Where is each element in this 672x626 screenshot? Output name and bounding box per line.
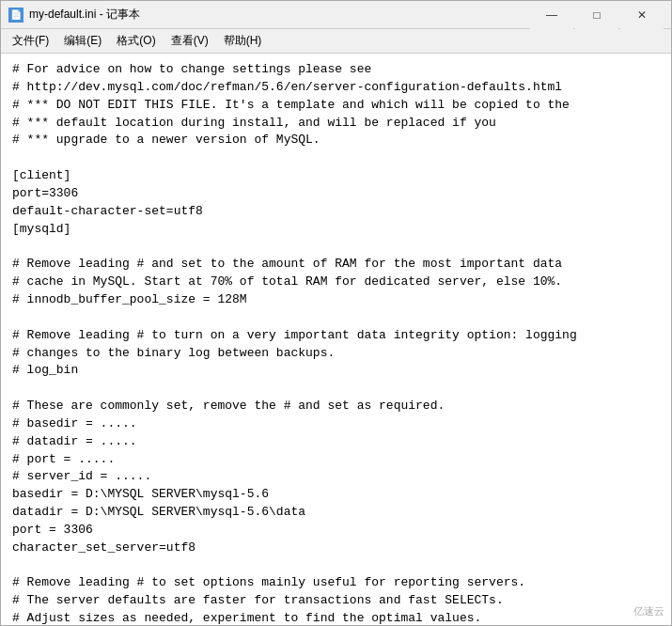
- minimize-button[interactable]: —: [530, 1, 573, 29]
- menu-view[interactable]: 查看(V): [164, 30, 216, 52]
- title-bar-left: 📄 my-default.ini - 记事本: [8, 7, 140, 23]
- watermark: 亿速云: [633, 604, 664, 618]
- menu-help[interactable]: 帮助(H): [216, 30, 270, 52]
- menu-file[interactable]: 文件(F): [5, 30, 56, 52]
- close-button[interactable]: ✕: [620, 1, 664, 29]
- ini-file-content: # For advice on how to change settings p…: [12, 61, 660, 625]
- menu-format[interactable]: 格式(O): [109, 30, 163, 52]
- menu-edit[interactable]: 编辑(E): [56, 30, 109, 52]
- title-bar: 📄 my-default.ini - 记事本 — □ ✕: [1, 1, 671, 29]
- notepad-icon: 📄: [8, 8, 23, 23]
- text-content-area[interactable]: # For advice on how to change settings p…: [1, 54, 671, 625]
- window: 📄 my-default.ini - 记事本 — □ ✕ 文件(F) 编辑(E)…: [0, 0, 672, 626]
- title-bar-buttons: — □ ✕: [530, 1, 664, 29]
- maximize-button[interactable]: □: [575, 1, 618, 29]
- menu-bar: 文件(F) 编辑(E) 格式(O) 查看(V) 帮助(H): [1, 29, 671, 54]
- window-title: my-default.ini - 记事本: [29, 7, 140, 23]
